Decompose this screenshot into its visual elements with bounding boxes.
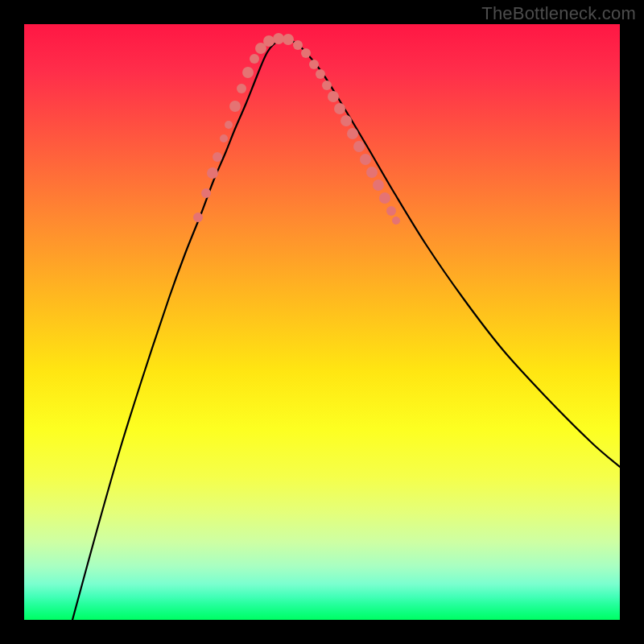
curve-marker-dot: [242, 67, 254, 78]
curve-marker-dot: [392, 217, 400, 225]
curve-marker-dot: [220, 134, 228, 142]
curve-marker-dot: [386, 206, 396, 216]
curve-marker-dot: [201, 188, 211, 198]
curve-marker-dot: [301, 48, 311, 58]
curve-marker-dot: [347, 128, 358, 139]
curve-marker-dot: [273, 33, 284, 44]
plot-area: [24, 24, 620, 620]
curve-marker-dot: [213, 152, 222, 162]
curve-marker-dot: [373, 180, 384, 191]
curve-layer: [24, 24, 620, 620]
curve-marker-dot: [353, 141, 365, 152]
chart-frame: TheBottleneck.com: [0, 0, 644, 644]
curve-marker-dot: [283, 34, 294, 45]
curve-marker-dot: [322, 80, 332, 90]
curve-marker-dot: [293, 40, 303, 50]
curve-marker-dot: [379, 192, 390, 204]
curve-marker-dot: [334, 103, 345, 114]
curve-marker-dot: [237, 84, 246, 93]
curve-markers: [193, 33, 400, 225]
watermark-text: TheBottleneck.com: [481, 3, 636, 24]
curve-marker-dot: [229, 101, 241, 112]
curve-marker-dot: [328, 91, 339, 102]
curve-marker-dot: [360, 154, 371, 165]
curve-marker-dot: [309, 60, 319, 69]
curve-marker-dot: [225, 121, 233, 129]
curve-marker-dot: [341, 115, 352, 126]
curve-marker-dot: [366, 167, 378, 178]
curve-marker-dot: [263, 35, 275, 47]
bottleneck-curve: [72, 40, 620, 620]
curve-marker-dot: [316, 69, 325, 79]
curve-marker-dot: [207, 167, 218, 179]
curve-marker-dot: [250, 54, 259, 64]
curve-marker-dot: [193, 213, 203, 222]
